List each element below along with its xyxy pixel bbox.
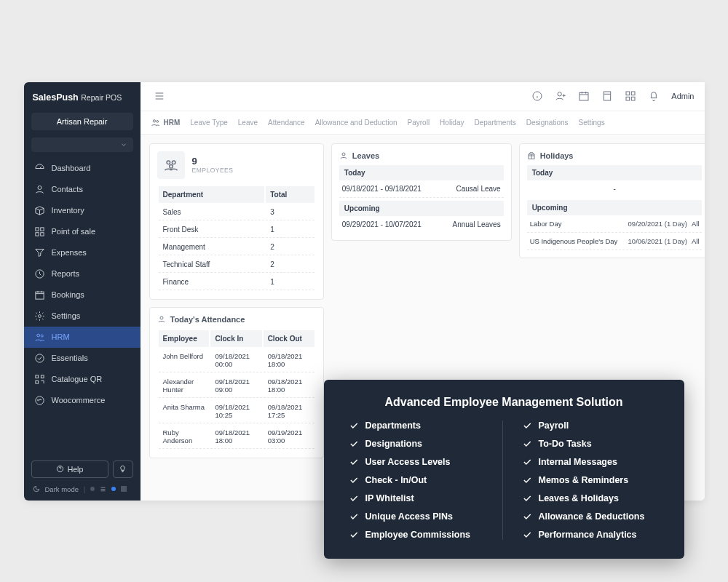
check-circle-icon: [34, 353, 45, 364]
svg-point-29: [160, 316, 163, 319]
list-icon: [100, 486, 106, 493]
feature-item: Designations: [349, 439, 486, 449]
nav-label: Reports: [52, 269, 80, 278]
pos-icon[interactable]: [625, 90, 636, 102]
tab-settings[interactable]: Settings: [579, 119, 605, 127]
check-icon: [522, 530, 532, 540]
nav-bookings[interactable]: Bookings: [24, 284, 141, 306]
svg-rect-20: [626, 92, 630, 95]
nav-expenses[interactable]: Expenses: [24, 242, 141, 263]
help-label: Help: [68, 465, 84, 474]
bulb-icon: [119, 465, 127, 473]
nav-label: Point of sale: [52, 227, 96, 236]
breadcrumb-label: HRM: [164, 119, 181, 127]
tips-button[interactable]: [113, 461, 133, 478]
breadcrumb: HRM: [151, 118, 181, 127]
svg-point-7: [38, 314, 41, 317]
feature-item: Payroll: [522, 420, 660, 431]
add-user-icon[interactable]: [555, 90, 566, 102]
brand: SalesPush Repair POS: [24, 82, 141, 110]
svg-rect-4: [40, 232, 43, 235]
svg-rect-23: [632, 97, 636, 100]
brand-name: SalesPush: [33, 92, 79, 103]
table-row: Anita Sharma09/18/2021 10:2509/18/2021 1…: [159, 399, 314, 423]
check-icon: [349, 457, 359, 467]
svg-point-17: [558, 92, 561, 96]
check-icon: [522, 420, 532, 431]
calendar-icon[interactable]: [578, 90, 590, 102]
check-icon: [522, 457, 532, 467]
nav-essentials[interactable]: Essentials: [24, 348, 141, 369]
nav-contacts[interactable]: Contacts: [24, 179, 141, 200]
tab-leave[interactable]: Leave: [238, 119, 258, 127]
table-row: Finance1: [159, 274, 314, 290]
bell-icon[interactable]: [648, 90, 660, 102]
user-menu[interactable]: Admin: [671, 92, 694, 100]
theme-dot-active[interactable]: [111, 487, 116, 491]
feature-item: To-Do Tasks: [522, 439, 660, 449]
overlay-col-left: DepartmentsDesignationsUser Access Level…: [349, 420, 503, 540]
gauge-icon: [34, 163, 45, 174]
nav-reports[interactable]: Reports: [24, 263, 141, 284]
user-icon: [34, 184, 45, 195]
tab-leave-type[interactable]: Leave Type: [190, 119, 228, 127]
funnel-icon: [34, 247, 45, 258]
section-today: Today: [339, 165, 504, 180]
nav-pos[interactable]: Point of sale: [24, 221, 141, 242]
svg-point-8: [36, 334, 39, 337]
feature-item: Employee Commissions: [349, 530, 486, 540]
layout-toggle[interactable]: [121, 486, 127, 492]
nav-inventory[interactable]: Inventory: [24, 200, 141, 221]
nav-hrm[interactable]: HRM: [24, 327, 141, 348]
table-row: John Bellford09/18/2021 00:0009/18/2021 …: [159, 348, 314, 372]
tab-allowance[interactable]: Allowance and Deduction: [315, 119, 397, 127]
table-row: Ruby Anderson09/18/2021 18:0009/19/2021 …: [159, 425, 314, 449]
svg-point-10: [35, 354, 43, 362]
chevron-down-icon: [120, 141, 127, 148]
check-icon: [349, 530, 359, 540]
feature-item: IP Whitelist: [349, 493, 486, 503]
svg-point-26: [167, 161, 170, 164]
nav-dashboard[interactable]: Dashboard: [24, 158, 141, 179]
menu-icon[interactable]: [154, 90, 165, 102]
tenant-dropdown[interactable]: [31, 137, 133, 152]
feature-item: User Access Levels: [349, 457, 486, 467]
list-item: Labor Day09/20/2021 (1 Day)All: [527, 215, 703, 233]
calculator-icon[interactable]: [601, 90, 613, 102]
check-icon: [349, 475, 359, 485]
employees-icon: [157, 151, 185, 179]
dark-label: Dark mode: [45, 485, 79, 493]
tab-designations[interactable]: Designations: [526, 119, 569, 127]
tabbar: HRM Leave Type Leave Attendance Allowanc…: [141, 111, 705, 135]
nav-woo[interactable]: Woocommerce: [24, 390, 141, 411]
nav-catalogue[interactable]: Catalogue QR: [24, 369, 141, 390]
feature-item: Check - In/Out: [349, 475, 486, 485]
nav-label: Woocommerce: [52, 396, 106, 404]
svg-point-28: [169, 164, 173, 168]
check-icon: [522, 475, 532, 485]
info-icon[interactable]: [531, 90, 543, 102]
gear-icon: [34, 311, 45, 322]
tab-attendance[interactable]: Attendance: [268, 119, 305, 127]
section-today: Today: [527, 165, 703, 180]
attendance-table: EmployeeClock InClock Out John Bellford0…: [157, 329, 316, 450]
tenant-select[interactable]: Artisan Repair: [31, 113, 133, 130]
tab-departments[interactable]: Departments: [474, 119, 515, 127]
theme-dot[interactable]: [90, 487, 95, 491]
help-button[interactable]: Help: [31, 461, 108, 478]
tab-holiday[interactable]: Holiday: [440, 119, 464, 127]
employees-card: 9 EMPLOYEES DepartmentTotal Sales3 Front…: [149, 143, 324, 300]
dark-mode-row[interactable]: Dark mode |: [24, 485, 141, 501]
tab-payroll[interactable]: Payroll: [408, 119, 430, 127]
card-title: Today's Attendance: [170, 315, 245, 324]
sidebar: SalesPush Repair POS Artisan Repair Dash…: [24, 82, 141, 501]
svg-point-24: [153, 119, 155, 121]
feature-item: Internal Messages: [522, 457, 660, 467]
th-total: Total: [266, 186, 314, 203]
nav-settings[interactable]: Settings: [24, 306, 141, 327]
svg-rect-13: [35, 380, 38, 383]
svg-rect-2: [40, 227, 43, 230]
card-title: Leaves: [352, 151, 379, 160]
svg-rect-11: [35, 375, 38, 378]
table-row: Management2: [159, 239, 314, 255]
